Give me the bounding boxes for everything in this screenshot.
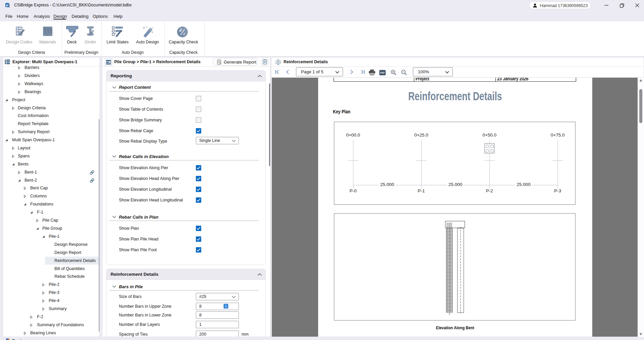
svg-text:0+75.0: 0+75.0 (551, 133, 565, 138)
svg-text:i: i (225, 305, 226, 308)
svg-text:0+50.0: 0+50.0 (482, 133, 497, 138)
svg-text:P-1: P-1 (418, 188, 425, 193)
svg-text:25.000: 25.000 (380, 182, 394, 187)
svg-text:d: d (179, 28, 182, 33)
svg-text:25.000: 25.000 (448, 182, 462, 187)
svg-text:Project: Project (416, 78, 429, 81)
svg-text:0+00.0: 0+00.0 (346, 133, 360, 138)
svg-text:B: B (6, 4, 8, 7)
svg-text:23 January 2026: 23 January 2026 (497, 78, 528, 81)
svg-text:0+25.0: 0+25.0 (414, 133, 428, 138)
svg-text:25.000: 25.000 (517, 182, 530, 187)
svg-text:P-3: P-3 (554, 188, 561, 193)
svg-text:P-2: P-2 (486, 188, 493, 193)
svg-text:c: c (183, 31, 185, 36)
svg-text:P-0: P-0 (349, 188, 356, 193)
